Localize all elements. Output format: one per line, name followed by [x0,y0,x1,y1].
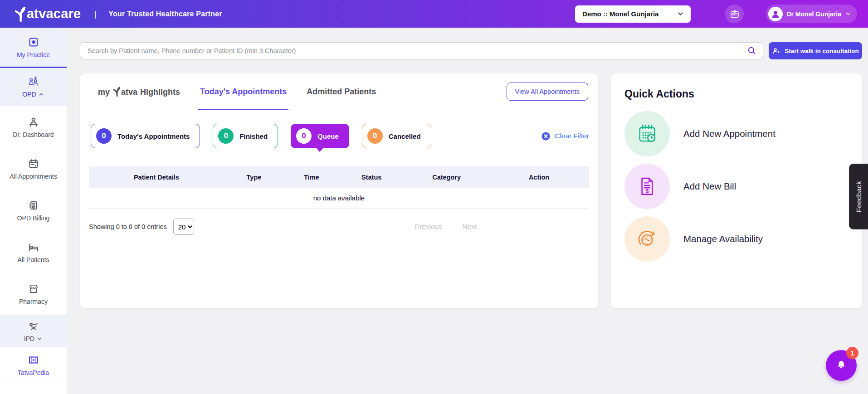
calendar-clock-icon [624,111,670,156]
tab-todays-appointments[interactable]: Today's Appointments [200,73,287,110]
sidebar-item-tatvapedia[interactable]: TatvaPedia [0,347,67,383]
clear-filter-button[interactable]: Clear Filter [541,131,589,141]
chevron-down-icon [845,10,852,17]
opd-patients-icon [28,76,39,88]
sidebar: My Practice OPD [0,28,67,394]
quick-action-manage-availability[interactable]: Manage Availability [624,216,848,262]
notifications-button[interactable]: 1 [826,350,857,381]
chevron-down-icon [36,336,43,342]
patient-search-input[interactable] [80,42,763,59]
person-plus-icon [772,47,780,55]
video-library-icon [28,354,39,366]
filter-chip-finished[interactable]: 0 Finished [213,124,278,148]
count-badge: 0 [96,128,112,144]
brand-logo: atvacare [14,6,81,22]
x-circle-icon [541,131,551,141]
clinic-select-value: Demo :: Monel Gunjaria [582,10,658,18]
id-card-icon [730,9,740,19]
bill-document-icon: $ [624,164,670,209]
tab-label: Admitted Patients [307,87,376,97]
column-type: Type [224,174,284,181]
sidebar-label: All Appointments [10,173,57,180]
tab-label: my [98,88,110,97]
chip-label: Today's Appointments [117,132,190,140]
sidebar-label: OPD [22,91,36,98]
doctor-dashboard-icon [28,116,39,128]
count-badge: 0 [296,128,312,144]
pharmacy-store-icon [28,283,39,295]
previous-page-button[interactable]: Previous [415,223,442,231]
patient-bed-icon [28,241,39,253]
sidebar-item-all-patients[interactable]: All Patients [0,231,67,273]
quick-action-add-appointment[interactable]: Add New Appointment [624,111,848,156]
appointments-card: my atva Highlights Today's Appointments [80,73,598,308]
column-category: Category [404,174,489,181]
clinic-select[interactable]: Demo :: Monel Gunjaria [575,5,691,23]
svg-text:$: $ [33,205,34,208]
chip-label: Cancelled [389,132,421,140]
header-separator: | [94,9,97,19]
filter-chip-cancelled[interactable]: 0 Cancelled [362,124,431,148]
practice-plus-icon [28,36,39,48]
calendar-icon [28,158,39,170]
quick-actions-title: Quick Actions [624,88,848,100]
chip-label: Finished [239,132,268,140]
chevron-up-icon [38,91,44,97]
entries-summary: Showing 0 to 0 of 0 entries [89,223,167,230]
tatva-sprout-icon [14,6,27,22]
next-page-button[interactable]: Next [462,223,477,231]
table-header: Patient Details Type Time Status Categor… [89,166,589,188]
brand-text: atvacare [27,6,81,21]
start-walkin-label: Start walk in consultation [785,48,859,54]
column-patient-details: Patient Details [89,174,224,181]
tab-label: Highlights [140,88,180,97]
svg-text:$: $ [646,188,649,195]
id-card-button[interactable] [725,5,744,23]
sidebar-item-opd[interactable]: OPD [0,68,67,106]
sidebar-label: IPD [24,335,34,342]
main-content: Start walk in consultation my [67,28,868,394]
column-status: Status [339,174,404,181]
count-badge: 0 [367,128,383,144]
view-all-appointments-button[interactable]: View All Appointments [507,83,588,101]
clear-filter-label: Clear Filter [555,132,589,140]
start-walkin-button[interactable]: Start walk in consultation [769,42,862,59]
sidebar-item-pharmacy[interactable]: Pharmacy [0,273,67,315]
notification-count-badge: 1 [846,347,858,359]
user-menu[interactable]: Dr Monel Gunjaria [766,5,857,23]
sidebar-item-all-appointments[interactable]: All Appointments [0,148,67,190]
clock-refresh-icon [624,216,670,262]
tab-label: atva [121,88,137,97]
sidebar-label: Dr. Dashboard [13,131,54,138]
filter-chip-todays-appointments[interactable]: 0 Today's Appointments [91,124,200,148]
sidebar-item-my-practice[interactable]: My Practice [0,28,67,68]
tab-label: Today's Appointments [200,87,287,97]
app-header: atvacare | Your Trusted Healthcare Partn… [0,0,868,28]
feedback-tab[interactable]: Feedback [849,164,868,229]
quick-action-label: Add New Bill [683,181,736,192]
sidebar-label: Pharmacy [19,298,48,305]
quick-action-label: Add New Appointment [683,128,775,139]
sidebar-label: OPD Billing [17,214,50,222]
sidebar-item-opd-billing[interactable]: $ OPD Billing [0,190,67,231]
billing-receipt-icon: $ [28,199,39,211]
tatva-sprout-icon [112,87,121,97]
user-name: Dr Monel Gunjaria [786,10,841,18]
column-action: Action [489,174,589,181]
filter-chip-queue[interactable]: 0 Queue [291,124,349,148]
table-empty-message: no data available [89,188,589,209]
search-icon[interactable] [747,46,757,56]
page-size-select[interactable]: 20 [173,219,194,235]
sidebar-item-ipd[interactable]: IPD [0,315,67,347]
tab-mytatva-highlights[interactable]: my atva Highlights [98,73,180,110]
chevron-down-icon [677,10,684,18]
feedback-label: Feedback [855,181,863,212]
quick-actions-card: Quick Actions [611,73,862,308]
quick-action-add-bill[interactable]: $ Add New Bill [624,164,848,209]
tab-admitted-patients[interactable]: Admitted Patients [307,73,376,110]
header-tagline: Your Trusted Healthcare Partner [108,10,222,18]
sidebar-label: My Practice [17,51,50,58]
quick-action-label: Manage Availability [683,233,763,244]
sidebar-item-dr-dashboard[interactable]: Dr. Dashboard [0,106,67,148]
avatar [768,7,783,21]
